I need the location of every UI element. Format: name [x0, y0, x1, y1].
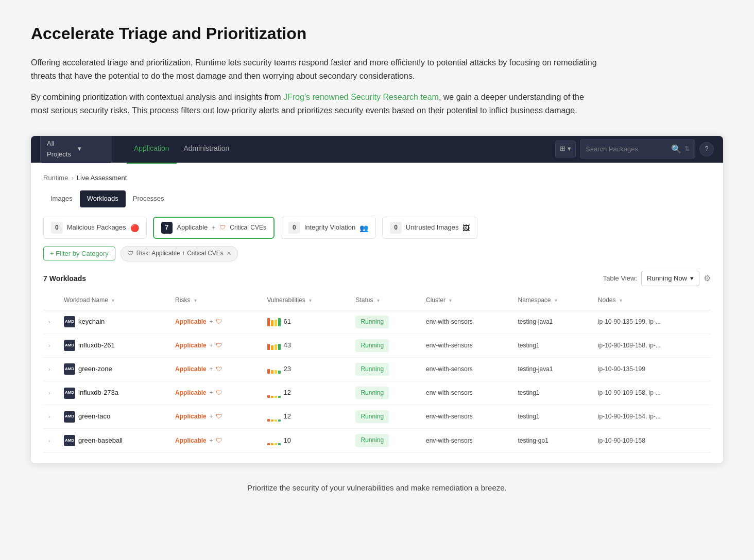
bar-chart: [267, 412, 281, 422]
sort-icon: ▾: [112, 297, 114, 303]
table-settings-button[interactable]: ⚙: [704, 273, 711, 283]
status-badge: Running: [355, 363, 389, 376]
filter-bar: + Filter by Category 🛡 Risk: Applicable …: [43, 246, 711, 261]
col-workload-name[interactable]: Workload Name ▾: [59, 291, 170, 310]
risk-plus: +: [209, 389, 214, 396]
workload-icon: AMD: [64, 411, 75, 423]
cluster-text: env-with-sensors: [426, 342, 473, 349]
critical-cve-label: Critical CVEs: [230, 223, 266, 233]
status-badge: Running: [355, 387, 389, 399]
table-row[interactable]: › AMD keychain Applicable + 🛡 61 Running…: [43, 310, 711, 334]
expand-row-button[interactable]: ›: [48, 437, 50, 444]
sub-tab-workloads[interactable]: Workloads: [80, 190, 126, 207]
risk-plus: +: [209, 342, 214, 349]
sub-tabs: Images Workloads Processes: [43, 190, 711, 207]
bar-segment-bar-green: [278, 318, 281, 326]
col-nodes[interactable]: Nodes ▾: [593, 291, 711, 310]
table-icon-button[interactable]: ⊞ ▾: [555, 141, 576, 157]
col-status[interactable]: Status ▾: [350, 291, 421, 310]
expand-row-button[interactable]: ›: [48, 342, 50, 348]
sub-tab-processes[interactable]: Processes: [126, 190, 172, 207]
risk-critical-icon: 🛡: [216, 389, 222, 396]
stat-card-malicious[interactable]: 0 Malicious Packages 🔴: [43, 217, 147, 239]
col-risks[interactable]: Risks ▾: [170, 291, 262, 310]
table-row[interactable]: › AMD green-baseball Applicable + 🛡 10 R…: [43, 429, 711, 452]
bar-segment-bar-orange: [271, 396, 273, 398]
stat-card-untrusted[interactable]: 0 Untrusted Images 🖼: [382, 217, 477, 239]
sort-icon-namespace: ▾: [555, 297, 557, 303]
breadcrumb-parent[interactable]: Runtime: [43, 173, 68, 184]
vuln-bar: 43: [267, 340, 346, 351]
search-input[interactable]: [586, 145, 668, 153]
critical-cve-icon: 🛡: [219, 223, 226, 233]
workload-name: green-baseball: [78, 435, 123, 446]
remove-filter-button[interactable]: ✕: [227, 249, 231, 258]
nav-tab-administration[interactable]: Administration: [177, 136, 237, 164]
col-cluster[interactable]: Cluster ▾: [421, 291, 513, 310]
workloads-header: 7 Workloads Table View: Running Now ▾ ⚙: [43, 271, 711, 287]
ui-screenshot: All Projects ▾ Application Administratio…: [31, 136, 723, 463]
expand-row-button[interactable]: ›: [48, 390, 50, 396]
expand-row-button[interactable]: ›: [48, 366, 50, 372]
bar-segment-bar-red: [267, 369, 270, 374]
jfrog-link[interactable]: JFrog's renowned Security Research team: [283, 93, 439, 101]
risk-plus: +: [209, 365, 214, 373]
chevron-down-icon: ▾: [78, 144, 106, 154]
expand-row-button[interactable]: ›: [48, 319, 50, 325]
cluster-text: env-with-sensors: [426, 413, 473, 420]
filter-category-button[interactable]: + Filter by Category: [43, 247, 115, 260]
nodes-text: ip-10-90-135-199, ip-...: [598, 318, 661, 325]
vuln-bar: 23: [267, 364, 346, 375]
breadcrumb: Runtime › Live Assessment: [43, 173, 711, 184]
namespace-text: testing1: [518, 413, 539, 420]
workload-icon: AMD: [64, 363, 75, 375]
untrusted-count: 0: [390, 222, 402, 234]
cluster-text: env-with-sensors: [426, 389, 473, 396]
help-button[interactable]: ?: [699, 142, 714, 156]
stat-card-applicable[interactable]: 7 Applicable + 🛡 Critical CVEs: [153, 217, 275, 239]
malicious-count: 0: [51, 222, 63, 234]
expand-row-button[interactable]: ›: [48, 413, 50, 419]
table-row[interactable]: › AMD green-taco Applicable + 🛡 12 Runni…: [43, 405, 711, 429]
filter-tag-label: Risk: Applicable + Critical CVEs: [136, 249, 224, 258]
project-dropdown[interactable]: All Projects ▾: [40, 136, 112, 164]
risk-plus: +: [209, 413, 214, 420]
nodes-text: ip-10-90-109-158: [598, 437, 645, 444]
status-badge: Running: [355, 434, 389, 447]
sub-tab-images[interactable]: Images: [43, 190, 80, 207]
nodes-text: ip-10-90-135-199: [598, 365, 645, 373]
col-namespace[interactable]: Namespace ▾: [512, 291, 592, 310]
nodes-text: ip-10-90-109-158, ip-...: [598, 342, 661, 349]
nav-tab-application[interactable]: Application: [127, 136, 177, 164]
table-row[interactable]: › AMD green-zone Applicable + 🛡 23 Runni…: [43, 357, 711, 381]
untrusted-label: Untrusted Images: [406, 222, 459, 233]
workloads-count: 7 Workloads: [43, 273, 86, 284]
vuln-count: 12: [284, 411, 291, 422]
question-mark-icon: ?: [705, 144, 708, 154]
workload-icon: AMD: [64, 340, 75, 351]
sort-icon-cluster: ▾: [449, 297, 452, 303]
applicable-label: Applicable: [177, 222, 208, 233]
table-row[interactable]: › AMD influxdb-273a Applicable + 🛡 12 Ru…: [43, 381, 711, 405]
malicious-label: Malicious Packages: [67, 222, 126, 233]
search-bar: 🔍 ⇅: [580, 139, 695, 159]
risk-applicable: Applicable: [175, 389, 207, 396]
namespace-text: testing-go1: [518, 437, 548, 444]
table-row[interactable]: › AMD influxdb-261 Applicable + 🛡 43 Run…: [43, 334, 711, 357]
project-dropdown-label: All Projects: [47, 138, 75, 160]
col-vulnerabilities[interactable]: Vulnerabilities ▾: [262, 291, 351, 310]
bar-segment-bar-orange: [271, 345, 273, 350]
risk-critical-icon: 🛡: [216, 342, 222, 349]
sort-icon-status: ▾: [377, 297, 380, 303]
malicious-icon: 🔴: [130, 222, 139, 234]
bar-segment-bar-red: [267, 344, 270, 350]
filter-icon[interactable]: ⇅: [684, 144, 690, 154]
bar-segment-bar-green: [278, 396, 281, 398]
integrity-label: Integrity Violation: [304, 222, 356, 233]
stat-card-integrity[interactable]: 0 Integrity Violation 👥: [281, 217, 376, 239]
bar-segment-bar-green: [278, 371, 281, 374]
risk-applicable: Applicable: [175, 342, 207, 349]
shield-icon: 🛡: [127, 249, 133, 258]
bar-segment-bar-orange: [271, 370, 273, 374]
running-now-dropdown[interactable]: Running Now ▾: [641, 271, 699, 287]
